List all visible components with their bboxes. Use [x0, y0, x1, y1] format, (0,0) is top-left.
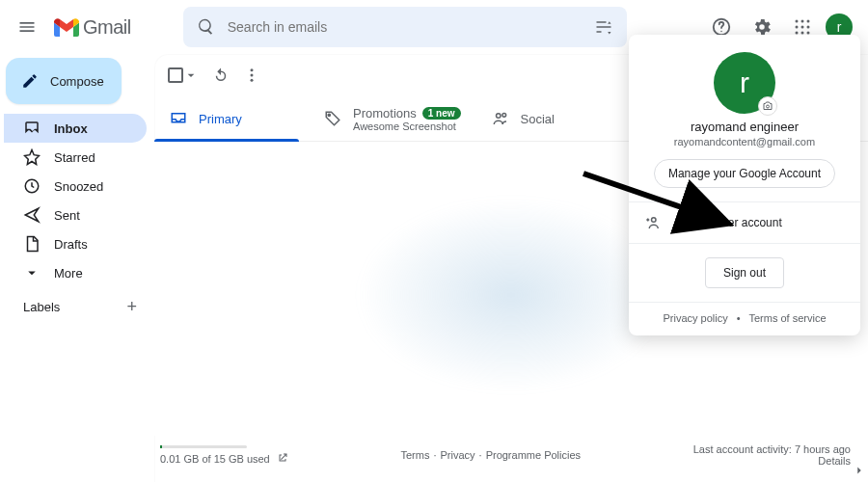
apps-grid-icon: [794, 18, 811, 36]
empty-glow: [357, 199, 665, 391]
labels-heading: Labels: [23, 300, 60, 314]
storage-bar: [160, 445, 247, 448]
pencil-icon: [21, 72, 39, 90]
clock-icon: [23, 177, 41, 195]
search-input[interactable]: [228, 19, 583, 35]
svg-point-13: [251, 74, 254, 77]
tab-social[interactable]: Social: [476, 96, 631, 141]
sidebar-item-sent[interactable]: Sent: [4, 201, 147, 229]
compose-button[interactable]: Compose: [6, 58, 122, 104]
sign-out-button[interactable]: Sign out: [705, 257, 784, 288]
footer-link-terms[interactable]: Terms: [400, 449, 429, 461]
sidebar-item-drafts[interactable]: Drafts: [4, 229, 147, 258]
account-popover: r rayomand engineer rayomandcontent@gmai…: [629, 35, 860, 335]
promotions-new-badge: 1 new: [422, 107, 461, 120]
terms-of-service-link[interactable]: Terms of service: [748, 312, 826, 324]
svg-point-3: [801, 20, 804, 23]
account-name: rayomand engineer: [644, 120, 845, 134]
footer-activity: Last account activity: 7 hours ago Detai…: [693, 443, 851, 467]
change-photo-button[interactable]: [758, 96, 777, 116]
gmail-m-icon: [54, 17, 79, 37]
chevron-right-icon: [853, 464, 866, 477]
svg-point-12: [251, 68, 254, 71]
more-vert-icon[interactable]: [243, 67, 260, 84]
file-icon: [23, 235, 41, 253]
chevron-down-icon: [23, 264, 41, 281]
search-bar[interactable]: [183, 7, 627, 47]
inbox-tab-icon: [170, 110, 187, 127]
select-all-checkbox[interactable]: [168, 67, 183, 83]
star-icon: [23, 148, 41, 166]
svg-point-17: [502, 113, 505, 117]
compose-label: Compose: [50, 74, 104, 89]
tab-primary[interactable]: Primary: [154, 96, 309, 141]
footer: 0.01 GB of 15 GB used Terms·Privacy·Prog…: [154, 436, 868, 482]
svg-point-18: [767, 105, 770, 108]
privacy-policy-link[interactable]: Privacy policy: [663, 312, 727, 324]
svg-point-19: [652, 218, 657, 223]
sidebar-item-inbox[interactable]: Inbox: [4, 114, 147, 143]
add-label-button[interactable]: +: [126, 297, 137, 317]
search-options-icon[interactable]: [594, 17, 613, 37]
select-all-control[interactable]: [168, 67, 199, 83]
camera-icon: [762, 100, 773, 112]
add-account-row[interactable]: Add another account: [629, 201, 860, 243]
storage-block: 0.01 GB of 15 GB used: [160, 445, 288, 465]
popover-footer: Privacy policy • Terms of service: [629, 302, 860, 335]
open-in-new-icon[interactable]: [277, 452, 288, 464]
footer-center-links: Terms·Privacy·Programme Policies: [400, 449, 581, 461]
svg-point-7: [807, 26, 810, 29]
chevron-down-icon[interactable]: [183, 67, 199, 83]
people-icon: [492, 110, 509, 127]
svg-point-14: [251, 79, 254, 82]
svg-point-6: [801, 26, 804, 29]
main-menu-button[interactable]: [8, 8, 46, 46]
sidebar: Compose Inbox Starred Snoozed Sent Draft…: [0, 54, 154, 482]
account-avatar-large[interactable]: r: [714, 52, 775, 114]
sidebar-item-more[interactable]: More: [4, 258, 147, 287]
hamburger-icon: [17, 17, 37, 37]
svg-point-15: [328, 114, 330, 116]
svg-point-5: [796, 26, 799, 29]
sidebar-item-snoozed[interactable]: Snoozed: [4, 172, 147, 201]
svg-point-2: [796, 20, 799, 23]
tab-promotions[interactable]: Promotions 1 new Awesome Screenshot: [309, 96, 476, 141]
send-icon: [23, 206, 41, 224]
manage-account-button[interactable]: Manage your Google Account: [654, 159, 835, 188]
svg-point-4: [807, 20, 810, 23]
svg-point-1: [720, 31, 721, 32]
sidebar-item-starred[interactable]: Starred: [4, 143, 147, 172]
footer-link-privacy[interactable]: Privacy: [441, 449, 475, 461]
inbox-icon: [23, 120, 41, 137]
search-icon: [197, 17, 216, 37]
gmail-logo[interactable]: Gmail: [54, 16, 131, 39]
tag-icon: [324, 110, 341, 127]
svg-point-16: [496, 114, 501, 119]
person-add-icon: [644, 214, 662, 231]
gmail-logo-text: Gmail: [83, 16, 131, 39]
refresh-icon[interactable]: [212, 67, 230, 84]
footer-details-link[interactable]: Details: [818, 455, 851, 467]
account-email: rayomandcontent@gmail.com: [644, 136, 845, 147]
footer-link-policies[interactable]: Programme Policies: [486, 449, 581, 461]
page-next-caret[interactable]: [853, 464, 866, 480]
